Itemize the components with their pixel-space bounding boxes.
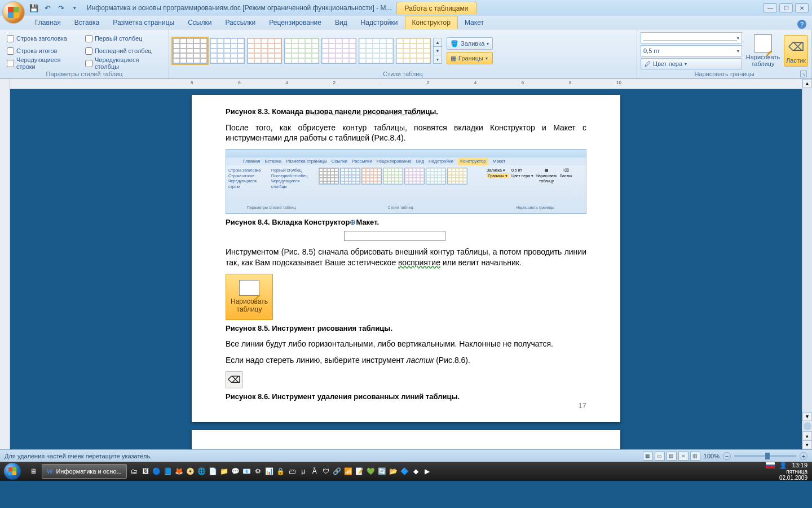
ql-icon[interactable]: 💚 [366,466,376,476]
table-style-thumb[interactable] [284,38,319,64]
browse-object-icon[interactable] [804,422,811,430]
view-buttons: ▦ ▭ ▤ ≡ ▥ [643,452,700,461]
tab-layout[interactable]: Макет [458,16,491,29]
tab-home[interactable]: Главная [28,16,68,29]
ql-icon[interactable]: 📶 [343,466,354,476]
ql-icon[interactable]: 📊 [264,466,275,476]
minimize-button[interactable]: — [764,3,777,12]
zoom-in-button[interactable]: + [800,452,807,460]
view-reading-icon[interactable]: ▭ [655,452,665,461]
draw-table-button[interactable]: Нарисовать таблицу [747,32,779,69]
vertical-scrollbar[interactable]: ▲ ▼ ▴ ▾ [802,79,812,449]
undo-icon[interactable]: ↶ [42,2,53,14]
eraser-button[interactable]: ⌫ Ластик [784,35,808,67]
zoom-slider[interactable] [734,455,796,457]
qat-more-icon[interactable]: ▾ [69,2,80,14]
check-first-col[interactable]: Первый столбец [85,33,162,44]
check-header-row[interactable]: Строка заголовка [7,33,78,44]
tab-page-layout[interactable]: Разметка страницы [106,16,181,29]
pen-color-button[interactable]: 🖊Цвет пера▾ [641,58,742,69]
check-banded-rows[interactable]: Чередующиеся строки [7,58,78,69]
ql-icon[interactable]: ▶ [422,466,433,476]
vertical-ruler[interactable] [0,79,10,449]
ql-icon[interactable]: 📂 [389,466,399,476]
shading-button[interactable]: 🪣Заливка▾ [447,37,493,50]
scroll-up-icon[interactable]: ▲ [802,79,812,88]
document-viewport[interactable]: Рисунок 8.3. Команда вызова панели рисов… [10,89,802,449]
ql-icon[interactable]: 🗃 [287,466,297,476]
ql-icon[interactable]: 📝 [355,466,365,476]
tray-time[interactable]: 13:19 [792,462,807,468]
view-print-layout-icon[interactable]: ▦ [643,452,653,461]
tray-icon[interactable]: 👤 [779,462,787,468]
prev-page-icon[interactable]: ▴ [802,431,812,440]
ql-icon[interactable]: 🔄 [377,466,387,476]
check-total-row[interactable]: Строка итогов [7,45,78,56]
tray-lang-icon[interactable] [766,462,775,468]
zoom-out-button[interactable]: − [723,452,731,460]
redo-icon[interactable]: ↷ [55,2,67,14]
system-tray[interactable]: 👤 13:19 пятница 02.01.2009 [761,461,812,482]
ql-icon[interactable]: 🔒 [276,466,286,476]
ql-icon[interactable]: 🌐 [197,466,207,476]
gallery-down-icon[interactable]: ▼ [434,47,442,55]
view-web-icon[interactable]: ▤ [667,452,677,461]
horizontal-ruler[interactable]: 8642·246810 [10,79,802,89]
ql-icon[interactable]: 🛡 [321,466,331,476]
start-button[interactable] [0,462,25,481]
table-style-thumb[interactable] [396,38,431,64]
table-style-thumb[interactable] [321,38,356,64]
table-cell-frame[interactable] [344,231,445,241]
view-outline-icon[interactable]: ≡ [678,452,689,461]
tab-addins[interactable]: Надстройки [354,16,405,29]
ql-icon[interactable]: 🖥 [28,466,38,476]
ql-icon[interactable]: 🔷 [400,466,410,476]
table-style-thumb[interactable] [210,38,245,64]
office-button[interactable] [2,1,25,24]
tab-design[interactable]: Конструктор [405,16,458,29]
document-page[interactable]: Рисунок 8.3. Команда вызова панели рисов… [192,95,620,422]
scroll-down-icon[interactable]: ▼ [802,412,812,421]
ql-icon[interactable]: 🖼 [140,466,151,476]
ql-icon[interactable]: 📘 [163,466,173,476]
ql-icon[interactable]: 📁 [219,466,230,476]
taskbar-item-word[interactable]: W Информатика и осно... [42,464,127,479]
document-page-next[interactable] [192,430,620,449]
tab-insert[interactable]: Вставка [68,16,107,29]
line-weight-combo[interactable]: 0,5 пт▾ [641,45,742,56]
ql-icon[interactable]: ◆ [411,466,421,476]
ql-icon[interactable]: 📀 [186,466,196,476]
view-draft-icon[interactable]: ▥ [690,452,700,461]
tab-view[interactable]: Вид [328,16,354,29]
ql-icon[interactable]: Å [310,466,320,476]
tab-references[interactable]: Ссылки [181,16,218,29]
check-banded-cols[interactable]: Чередующиеся столбцы [85,58,162,69]
ql-icon[interactable]: 💬 [231,466,241,476]
ql-icon[interactable]: 🦊 [174,466,184,476]
ql-icon[interactable]: 🔵 [152,466,162,476]
tab-review[interactable]: Рецензирование [262,16,328,29]
gallery-more-icon[interactable]: ▾ [434,55,442,63]
ql-icon[interactable]: 🔗 [332,466,342,476]
table-styles-gallery[interactable]: ▲ ▼ ▾ [173,38,442,64]
gallery-up-icon[interactable]: ▲ [434,38,442,47]
help-icon[interactable]: ? [797,20,806,29]
table-style-thumb[interactable] [359,38,394,64]
ql-icon[interactable]: ⚙ [253,466,263,476]
line-style-combo[interactable]: ▾ [641,32,742,43]
maximize-button[interactable]: ☐ [779,3,793,12]
borders-button[interactable]: ▦Границы▾ [447,52,493,64]
ql-icon[interactable]: 📄 [208,466,218,476]
group-launcher-icon[interactable]: ↘ [800,71,807,77]
tab-mailings[interactable]: Рассылки [218,16,262,29]
table-style-thumb[interactable] [247,38,282,64]
save-icon[interactable]: 💾 [28,2,39,14]
ql-icon[interactable]: 📧 [242,466,252,476]
next-page-icon[interactable]: ▾ [802,440,812,449]
close-button[interactable]: ✕ [795,3,809,12]
check-last-col[interactable]: Последний столбец [85,45,162,56]
zoom-value[interactable]: 100% [704,453,720,459]
ql-icon[interactable]: µ [298,466,308,476]
table-style-thumb[interactable] [173,38,208,64]
ql-icon[interactable]: 🗂 [129,466,139,476]
